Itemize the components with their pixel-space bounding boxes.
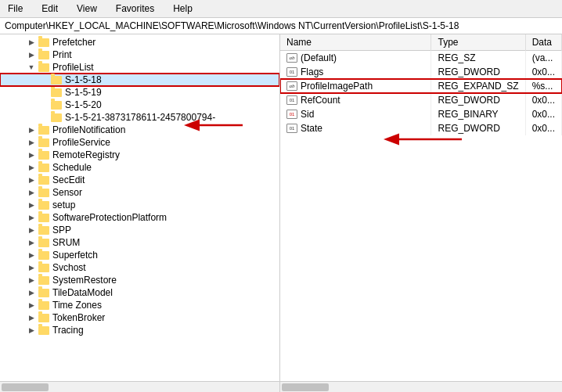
expand-arrow[interactable]: ▶ bbox=[25, 326, 38, 334]
tree-label: SecEdit bbox=[50, 174, 85, 185]
folder-icon bbox=[50, 99, 63, 110]
tree-item-profilenotification[interactable]: ▶ProfileNotification bbox=[0, 124, 279, 136]
table-row[interactable]: 01StateREG_DWORD0x0... bbox=[280, 121, 562, 135]
folder-icon bbox=[38, 162, 50, 173]
tree-label: SPP bbox=[50, 225, 71, 236]
tree-item-remoteregistry[interactable]: ▶RemoteRegistry bbox=[0, 149, 279, 161]
tree-item-svchost[interactable]: ▶Svchost bbox=[0, 261, 279, 274]
right-hscroll[interactable] bbox=[280, 382, 562, 392]
folder-icon bbox=[38, 212, 50, 223]
tree-item-profilelist[interactable]: ▼ProfileList bbox=[0, 61, 279, 74]
table-row[interactable]: 01RefCountREG_DWORD0x0... bbox=[280, 93, 562, 107]
reg-name: (Default) bbox=[301, 52, 337, 63]
tree-item-print[interactable]: ▶Print bbox=[0, 49, 279, 61]
expand-arrow[interactable]: ▶ bbox=[25, 51, 38, 59]
expand-arrow[interactable]: ▶ bbox=[25, 226, 38, 234]
tree-label: Schedule bbox=[50, 162, 92, 173]
tree-item-systemrestore[interactable]: ▶SystemRestore bbox=[0, 274, 279, 286]
tree-item-s-1-5-21[interactable]: S-1-5-21-3873178611-2457800794- bbox=[0, 111, 279, 124]
tree-item-timezones[interactable]: ▶Time Zones bbox=[0, 299, 279, 311]
cell-name: ab(Default) bbox=[280, 51, 431, 66]
reg-type-icon: ab bbox=[286, 53, 297, 63]
tree-item-tracing[interactable]: ▶Tracing bbox=[0, 324, 279, 336]
table-row[interactable]: ab(Default)REG_SZ(va... bbox=[280, 51, 562, 66]
menu-view[interactable]: View bbox=[72, 2, 102, 16]
tree-item-s-1-5-18[interactable]: S-1-5-18 bbox=[0, 74, 279, 86]
tree-item-softwareprotectionplatform[interactable]: ▶SoftwareProtectionPlatform bbox=[0, 211, 279, 224]
expand-arrow[interactable]: ▶ bbox=[25, 176, 38, 184]
tree-label: Time Zones bbox=[50, 300, 102, 311]
folder-icon bbox=[38, 325, 50, 336]
menu-edit[interactable]: Edit bbox=[37, 2, 63, 16]
cell-data: 0x0... bbox=[525, 107, 561, 121]
expand-arrow[interactable]: ▶ bbox=[25, 151, 38, 159]
folder-icon bbox=[50, 74, 63, 85]
tree-label: S-1-5-18 bbox=[63, 74, 102, 85]
menu-favorites[interactable]: Favorites bbox=[111, 2, 159, 16]
expand-arrow[interactable]: ▶ bbox=[25, 314, 38, 322]
expand-arrow[interactable]: ▶ bbox=[25, 164, 38, 171]
expand-arrow[interactable]: ▶ bbox=[25, 126, 38, 134]
tree-item-s-1-5-20[interactable]: S-1-5-20 bbox=[0, 99, 279, 111]
expand-arrow[interactable]: ▶ bbox=[25, 301, 38, 309]
tree-label: SoftwareProtectionPlatform bbox=[50, 212, 167, 223]
table-row[interactable]: abProfileImagePathREG_EXPAND_SZ%s... bbox=[280, 79, 562, 93]
tree-item-schedule[interactable]: ▶Schedule bbox=[0, 161, 279, 174]
expand-arrow[interactable]: ▶ bbox=[25, 264, 38, 272]
expand-arrow[interactable]: ▶ bbox=[25, 214, 38, 221]
cell-type: REG_EXPAND_SZ bbox=[431, 79, 525, 93]
tree-item-superfetch[interactable]: ▶Superfetch bbox=[0, 249, 279, 261]
left-hscroll[interactable] bbox=[0, 382, 280, 392]
registry-tree[interactable]: ▶Prefetcher▶Print▼ProfileListS-1-5-18S-1… bbox=[0, 34, 280, 381]
folder-icon bbox=[38, 312, 50, 323]
tree-item-secedit[interactable]: ▶SecEdit bbox=[0, 174, 279, 186]
expand-arrow[interactable]: ▶ bbox=[25, 239, 38, 246]
folder-icon bbox=[38, 200, 50, 210]
tree-label: SRUM bbox=[50, 237, 80, 248]
cell-data: %s... bbox=[525, 79, 561, 93]
expand-arrow[interactable]: ▶ bbox=[25, 189, 38, 196]
expand-arrow[interactable]: ▶ bbox=[25, 251, 38, 259]
tree-item-setup[interactable]: ▶setup bbox=[0, 199, 279, 211]
reg-name: ProfileImagePath bbox=[301, 81, 373, 92]
expand-arrow[interactable]: ▶ bbox=[25, 289, 38, 297]
table-row[interactable]: 01FlagsREG_DWORD0x0... bbox=[280, 65, 562, 79]
expand-arrow[interactable]: ▶ bbox=[25, 276, 38, 284]
tree-item-tokenbroker[interactable]: ▶TokenBroker bbox=[0, 311, 279, 324]
cell-name: 01State bbox=[280, 121, 431, 135]
bottom-scrollbar bbox=[0, 381, 562, 392]
tree-item-s-1-5-19[interactable]: S-1-5-19 bbox=[0, 86, 279, 99]
tree-label: Tracing bbox=[50, 325, 84, 336]
expand-arrow[interactable]: ▶ bbox=[25, 38, 38, 46]
tree-item-sensor[interactable]: ▶Sensor bbox=[0, 186, 279, 199]
cell-type: REG_BINARY bbox=[431, 107, 525, 121]
tree-label: S-1-5-20 bbox=[63, 99, 102, 110]
table-row[interactable]: 01SidREG_BINARY0x0... bbox=[280, 107, 562, 121]
tree-item-tiledatamodel[interactable]: ▶TileDataModel bbox=[0, 286, 279, 299]
cell-type: REG_DWORD bbox=[431, 121, 525, 135]
reg-name: Flags bbox=[301, 67, 323, 77]
folder-icon bbox=[38, 250, 50, 261]
menubar: File Edit View Favorites Help bbox=[0, 0, 562, 18]
menu-help[interactable]: Help bbox=[168, 2, 197, 16]
folder-icon bbox=[38, 287, 50, 298]
tree-item-prefetcher[interactable]: ▶Prefetcher bbox=[0, 36, 279, 49]
tree-item-profileservice[interactable]: ▶ProfileService bbox=[0, 136, 279, 149]
main-area: ▶Prefetcher▶Print▼ProfileListS-1-5-18S-1… bbox=[0, 34, 562, 381]
tree-label: ProfileNotification bbox=[50, 124, 125, 135]
expand-arrow[interactable]: ▶ bbox=[25, 138, 38, 146]
tree-item-spp[interactable]: ▶SPP bbox=[0, 224, 279, 236]
menu-file[interactable]: File bbox=[3, 2, 27, 16]
expand-arrow[interactable]: ▶ bbox=[25, 201, 38, 209]
cell-type: REG_SZ bbox=[431, 51, 525, 66]
col-name[interactable]: Name bbox=[280, 34, 431, 51]
reg-name: RefCount bbox=[301, 95, 340, 106]
tree-item-srum[interactable]: ▶SRUM bbox=[0, 236, 279, 249]
reg-name: State bbox=[301, 123, 322, 134]
folder-icon bbox=[38, 49, 50, 60]
col-type[interactable]: Type bbox=[431, 34, 525, 51]
expand-arrow[interactable]: ▼ bbox=[25, 63, 38, 71]
tree-label: SystemRestore bbox=[50, 275, 117, 286]
tree-label: S-1-5-21-3873178611-2457800794- bbox=[63, 112, 215, 123]
col-data[interactable]: Data bbox=[525, 34, 561, 51]
